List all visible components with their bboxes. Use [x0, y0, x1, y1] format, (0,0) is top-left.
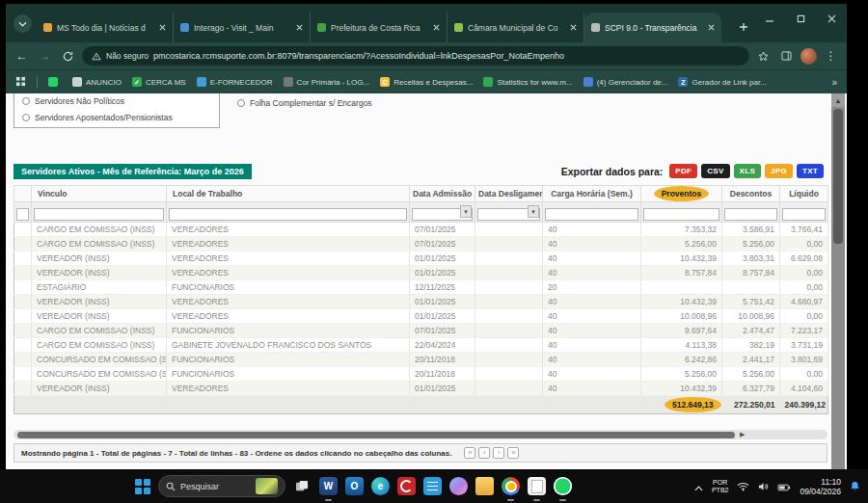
- tab-search-button[interactable]: [14, 14, 32, 33]
- column-header-desligamento[interactable]: Data Desligamento: [475, 186, 543, 202]
- bookmarks-overflow-chevron[interactable]: »: [831, 77, 837, 88]
- column-header-liquido[interactable]: Líquido: [780, 186, 828, 202]
- filter-vinculo-input[interactable]: [34, 208, 164, 221]
- bookmark-anuncio[interactable]: ANUNCIO: [72, 77, 122, 87]
- notification-bell-icon[interactable]: [850, 478, 860, 495]
- edge-icon[interactable]: e: [371, 477, 390, 495]
- table-row[interactable]: VEREADOR (INSS) VEREADORES 01/01/2025 40…: [14, 382, 828, 396]
- scroll-up-icon[interactable]: ▲: [831, 93, 845, 107]
- export-jpg-button[interactable]: JPG: [765, 164, 793, 178]
- word-icon[interactable]: W: [319, 477, 338, 495]
- chrome-icon[interactable]: [502, 477, 520, 495]
- bookmark-cor-primaria[interactable]: Cor Primária - LOG...: [284, 77, 370, 87]
- table-row[interactable]: CARGO EM COMISSAO (INSS) FUNCIONARIOS 07…: [14, 324, 828, 338]
- new-tab-button[interactable]: [734, 17, 753, 37]
- radio-servidores-nao-politicos[interactable]: Servidores Não Políticos: [22, 93, 211, 109]
- table-row[interactable]: ESTAGIÁRIO FUNCIONARIOS 12/11/2025 20 0,…: [14, 280, 828, 295]
- language-indicator[interactable]: POR PTB2: [712, 479, 729, 494]
- horizontal-scrollbar-thumb[interactable]: [17, 432, 735, 438]
- radio-folha-complementar[interactable]: Folha Complementar s/ Encargos: [237, 94, 372, 111]
- volume-icon[interactable]: [758, 478, 769, 495]
- radio-servidores-aposentados[interactable]: Servidores Aposentados/Pensionistas: [22, 109, 211, 125]
- profile-avatar[interactable]: [800, 48, 817, 65]
- export-pdf-button[interactable]: PDF: [669, 164, 697, 178]
- bookmark-gerador-link[interactable]: Z Gerador de Link par...: [678, 77, 766, 87]
- menu-icon[interactable]: ⋮: [822, 47, 840, 66]
- filter-carga-input[interactable]: [545, 208, 638, 221]
- table-row[interactable]: CARGO EM COMISSAO (INSS) VEREADORES 07/0…: [14, 237, 828, 252]
- export-xls-button[interactable]: XLS: [734, 164, 761, 178]
- scroll-right-icon[interactable]: ▶: [740, 430, 745, 439]
- admissao-dropdown-icon[interactable]: ▾: [460, 205, 472, 218]
- bookmark-whatsapp[interactable]: [48, 77, 62, 87]
- bookmark-e-fornecedor[interactable]: E-FORNECEDOR: [197, 77, 273, 87]
- column-header-proventos[interactable]: Proventos: [641, 186, 722, 202]
- bookmark-cerca-ms[interactable]: ✓ CERCA MS: [132, 77, 186, 87]
- previous-page-button[interactable]: ‹: [478, 447, 490, 459]
- column-header-carga[interactable]: Carga Horária (Sem.): [543, 186, 641, 202]
- horizontal-scrollbar[interactable]: ▶: [14, 430, 827, 439]
- weather-widget-icon[interactable]: [256, 478, 278, 494]
- export-csv-button[interactable]: CSV: [701, 164, 729, 178]
- tab-ms-todo-dia[interactable]: MS Todo dia | Notícias d: [37, 13, 174, 42]
- address-bar[interactable]: Não seguro pmcostarica.rcmsuporte.com.br…: [82, 46, 749, 66]
- table-row[interactable]: VEREADOR (INSS) VEREADORES 01/01/2025 40…: [14, 295, 828, 309]
- tab-close-icon[interactable]: [708, 24, 715, 31]
- column-header-admissao[interactable]: Data Admissão: [410, 186, 475, 202]
- copilot-icon[interactable]: [449, 477, 468, 495]
- maximize-button[interactable]: [785, 6, 816, 31]
- filter-liquido-input[interactable]: [782, 208, 826, 221]
- tab-close-icon[interactable]: [570, 24, 577, 31]
- filter-local-input[interactable]: [169, 208, 407, 221]
- back-button[interactable]: ←: [13, 47, 31, 66]
- taskbar-clock[interactable]: 11:10 09/04/2026: [800, 477, 841, 496]
- apps-grid-icon[interactable]: [15, 73, 26, 91]
- bookmark-statistics[interactable]: Statistics for www.m...: [483, 77, 572, 87]
- filter-descontos-input[interactable]: [724, 208, 777, 221]
- export-txt-button[interactable]: TXT: [797, 164, 824, 178]
- bookmark-gerenciador[interactable]: (4) Gerenciador de...: [583, 77, 668, 87]
- battery-icon[interactable]: [777, 478, 791, 495]
- explorer-icon[interactable]: [475, 477, 494, 495]
- column-header-vinculo[interactable]: Vinculo: [32, 186, 167, 202]
- table-row[interactable]: CARGO EM COMISSAO (INSS) GABINETE JOVENA…: [14, 338, 828, 353]
- hidden-icons-chevron[interactable]: [694, 478, 703, 495]
- forward-button[interactable]: →: [36, 47, 54, 66]
- table-row[interactable]: VEREADOR (INSS) VEREADORES 01/01/2025 40…: [14, 266, 828, 280]
- tab-close-icon[interactable]: [296, 24, 303, 31]
- whatsapp-icon[interactable]: [554, 477, 572, 495]
- table-row[interactable]: CONCURSADO EM COMISSAO (SPM FUNCIONARIOS…: [14, 367, 828, 382]
- tab-scpi-transparencia[interactable]: SCPI 9.0 - Transparência: [584, 13, 721, 42]
- tab-close-icon[interactable]: [159, 24, 166, 31]
- notes-icon[interactable]: [423, 477, 442, 495]
- taskbar-search-box[interactable]: Pesquisar: [158, 475, 285, 497]
- table-row[interactable]: CARGO EM COMISSAO (INSS) VEREADORES 07/0…: [14, 223, 828, 237]
- tab-prefeitura-costa-rica[interactable]: Prefeitura de Costa Rica: [311, 13, 448, 42]
- tab-interago[interactable]: Interago - Visit _ Main: [174, 13, 311, 42]
- wifi-icon[interactable]: [737, 478, 749, 495]
- last-page-button[interactable]: »: [507, 447, 519, 459]
- notepad-icon[interactable]: [528, 477, 546, 495]
- column-header-local[interactable]: Local de Trabalho: [167, 186, 410, 202]
- side-panel-icon[interactable]: [777, 47, 796, 66]
- outlook-icon[interactable]: O: [345, 477, 364, 495]
- next-page-button[interactable]: ›: [493, 447, 504, 459]
- task-view-icon[interactable]: [293, 477, 312, 495]
- tab-camara-municipal[interactable]: Câmara Municipal de Co: [448, 13, 584, 42]
- filter-proventos-input[interactable]: [643, 208, 719, 221]
- bookmark-star-icon[interactable]: [754, 47, 773, 66]
- vertical-scrollbar[interactable]: ▲: [831, 93, 845, 469]
- tab-close-icon[interactable]: [433, 24, 440, 31]
- close-window-button[interactable]: [816, 6, 847, 31]
- reload-button[interactable]: [59, 47, 77, 66]
- bookmark-receitas-despesas[interactable]: C Receitas e Despesas...: [380, 77, 473, 87]
- minimize-button[interactable]: [754, 6, 785, 31]
- table-row[interactable]: CONCURSADO EM COMISSAO (SPM FUNCIONARIOS…: [14, 353, 828, 367]
- table-row[interactable]: VEREADOR (INSS) VEREADORES 01/01/2025 40…: [14, 309, 828, 324]
- column-header-descontos[interactable]: Descontos: [722, 186, 780, 202]
- desligamento-dropdown-icon[interactable]: ▾: [528, 205, 539, 218]
- vertical-scrollbar-thumb[interactable]: [833, 109, 843, 244]
- first-page-button[interactable]: «: [464, 447, 475, 459]
- start-button-icon[interactable]: [135, 479, 150, 494]
- select-filter-box[interactable]: [16, 208, 29, 221]
